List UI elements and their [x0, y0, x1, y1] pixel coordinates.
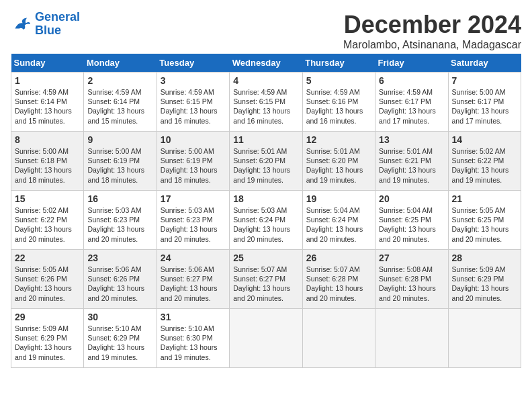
day-info: Sunrise: 5:02 AMSunset: 6:22 PMDaylight:…	[452, 146, 517, 185]
day-info: Sunrise: 5:07 AMSunset: 6:28 PMDaylight:…	[306, 265, 371, 303]
column-header-monday: Monday	[84, 54, 157, 73]
calendar-cell: 10Sunrise: 5:00 AMSunset: 6:19 PMDayligh…	[157, 132, 229, 191]
day-info: Sunrise: 5:09 AMSunset: 6:29 PMDaylight:…	[15, 324, 80, 362]
calendar-cell: 24Sunrise: 5:06 AMSunset: 6:27 PMDayligh…	[157, 250, 229, 309]
day-number: 13	[379, 134, 444, 145]
day-info: Sunrise: 5:07 AMSunset: 6:27 PMDaylight:…	[233, 265, 298, 303]
calendar-week-row: 8Sunrise: 5:00 AMSunset: 6:18 PMDaylight…	[11, 132, 521, 191]
day-number: 2	[87, 75, 152, 86]
day-number: 17	[161, 193, 226, 204]
day-info: Sunrise: 5:00 AMSunset: 6:18 PMDaylight:…	[15, 146, 80, 185]
day-info: Sunrise: 5:00 AMSunset: 6:17 PMDaylight:…	[452, 87, 517, 126]
day-info: Sunrise: 5:09 AMSunset: 6:29 PMDaylight:…	[452, 265, 517, 303]
calendar-cell: 2Sunrise: 4:59 AMSunset: 6:14 PMDaylight…	[84, 73, 157, 132]
calendar-cell: 14Sunrise: 5:02 AMSunset: 6:22 PMDayligh…	[448, 132, 521, 191]
calendar-cell: 22Sunrise: 5:05 AMSunset: 6:26 PMDayligh…	[11, 250, 84, 309]
logo-text: General Blue	[35, 11, 80, 38]
day-number: 14	[452, 134, 517, 145]
calendar-cell: 8Sunrise: 5:00 AMSunset: 6:18 PMDaylight…	[11, 132, 84, 191]
day-info: Sunrise: 5:06 AMSunset: 6:27 PMDaylight:…	[161, 265, 226, 303]
day-number: 6	[379, 75, 444, 86]
day-info: Sunrise: 5:00 AMSunset: 6:19 PMDaylight:…	[161, 146, 226, 185]
day-info: Sunrise: 4:59 AMSunset: 6:15 PMDaylight:…	[161, 87, 226, 126]
day-number: 3	[161, 75, 226, 86]
page-subtitle: Marolambo, Atsinanana, Madagascar	[343, 39, 521, 51]
day-number: 22	[15, 253, 80, 263]
calendar-cell	[230, 309, 302, 368]
day-number: 20	[379, 193, 444, 204]
calendar-cell: 6Sunrise: 4:59 AMSunset: 6:17 PMDaylight…	[375, 73, 448, 132]
calendar-cell: 7Sunrise: 5:00 AMSunset: 6:17 PMDaylight…	[448, 73, 521, 132]
day-number: 28	[452, 253, 517, 263]
column-header-thursday: Thursday	[302, 54, 375, 73]
day-number: 18	[233, 193, 298, 204]
day-info: Sunrise: 5:01 AMSunset: 6:20 PMDaylight:…	[306, 146, 371, 185]
day-info: Sunrise: 5:10 AMSunset: 6:29 PMDaylight:…	[87, 324, 152, 362]
day-info: Sunrise: 5:04 AMSunset: 6:25 PMDaylight:…	[379, 205, 444, 244]
calendar-cell: 11Sunrise: 5:01 AMSunset: 6:20 PMDayligh…	[230, 132, 302, 191]
page-title: December 2024	[343, 11, 521, 39]
day-info: Sunrise: 5:05 AMSunset: 6:25 PMDaylight:…	[452, 205, 517, 244]
day-info: Sunrise: 5:02 AMSunset: 6:22 PMDaylight:…	[15, 205, 80, 244]
column-header-tuesday: Tuesday	[157, 54, 229, 73]
calendar-cell: 27Sunrise: 5:08 AMSunset: 6:28 PMDayligh…	[375, 250, 448, 309]
calendar-header-row: SundayMondayTuesdayWednesdayThursdayFrid…	[11, 54, 521, 73]
calendar-week-row: 22Sunrise: 5:05 AMSunset: 6:26 PMDayligh…	[11, 250, 521, 309]
calendar-cell: 13Sunrise: 5:01 AMSunset: 6:21 PMDayligh…	[375, 132, 448, 191]
calendar-cell: 16Sunrise: 5:03 AMSunset: 6:23 PMDayligh…	[84, 191, 157, 250]
day-number: 10	[161, 134, 226, 145]
calendar-week-row: 15Sunrise: 5:02 AMSunset: 6:22 PMDayligh…	[11, 191, 521, 250]
calendar-cell: 12Sunrise: 5:01 AMSunset: 6:20 PMDayligh…	[302, 132, 375, 191]
title-block: December 2024 Marolambo, Atsinanana, Mad…	[343, 11, 521, 51]
day-number: 8	[15, 134, 80, 145]
day-number: 23	[87, 253, 152, 263]
calendar-cell: 31Sunrise: 5:10 AMSunset: 6:30 PMDayligh…	[157, 309, 229, 368]
calendar-cell: 28Sunrise: 5:09 AMSunset: 6:29 PMDayligh…	[448, 250, 521, 309]
column-header-friday: Friday	[375, 54, 448, 73]
column-header-sunday: Sunday	[11, 54, 84, 73]
day-info: Sunrise: 5:03 AMSunset: 6:24 PMDaylight:…	[233, 205, 298, 244]
day-info: Sunrise: 5:03 AMSunset: 6:23 PMDaylight:…	[161, 205, 226, 244]
day-number: 24	[161, 253, 226, 263]
day-info: Sunrise: 4:59 AMSunset: 6:14 PMDaylight:…	[87, 87, 152, 126]
calendar-cell: 3Sunrise: 4:59 AMSunset: 6:15 PMDaylight…	[157, 73, 229, 132]
calendar-cell: 25Sunrise: 5:07 AMSunset: 6:27 PMDayligh…	[230, 250, 302, 309]
day-info: Sunrise: 5:05 AMSunset: 6:26 PMDaylight:…	[15, 265, 80, 303]
day-number: 5	[306, 75, 371, 86]
calendar-cell	[448, 309, 521, 368]
logo: General Blue	[11, 11, 80, 38]
calendar-cell	[302, 309, 375, 368]
calendar-cell: 18Sunrise: 5:03 AMSunset: 6:24 PMDayligh…	[230, 191, 302, 250]
calendar-table: SundayMondayTuesdayWednesdayThursdayFrid…	[11, 54, 521, 368]
day-info: Sunrise: 4:59 AMSunset: 6:15 PMDaylight:…	[233, 87, 298, 126]
day-info: Sunrise: 4:59 AMSunset: 6:17 PMDaylight:…	[379, 87, 444, 126]
page-header: General Blue December 2024 Marolambo, At…	[11, 11, 521, 51]
day-info: Sunrise: 4:59 AMSunset: 6:16 PMDaylight:…	[306, 87, 371, 126]
calendar-cell: 19Sunrise: 5:04 AMSunset: 6:24 PMDayligh…	[302, 191, 375, 250]
day-number: 25	[233, 253, 298, 263]
calendar-cell: 4Sunrise: 4:59 AMSunset: 6:15 PMDaylight…	[230, 73, 302, 132]
calendar-cell: 17Sunrise: 5:03 AMSunset: 6:23 PMDayligh…	[157, 191, 229, 250]
calendar-cell: 5Sunrise: 4:59 AMSunset: 6:16 PMDaylight…	[302, 73, 375, 132]
calendar-week-row: 29Sunrise: 5:09 AMSunset: 6:29 PMDayligh…	[11, 309, 521, 368]
day-number: 16	[87, 193, 152, 204]
day-number: 9	[87, 134, 152, 145]
calendar-cell: 1Sunrise: 4:59 AMSunset: 6:14 PMDaylight…	[11, 73, 84, 132]
day-number: 7	[452, 75, 517, 86]
day-number: 11	[233, 134, 298, 145]
day-info: Sunrise: 4:59 AMSunset: 6:14 PMDaylight:…	[15, 87, 80, 126]
day-info: Sunrise: 5:03 AMSunset: 6:23 PMDaylight:…	[87, 205, 152, 244]
day-info: Sunrise: 5:04 AMSunset: 6:24 PMDaylight:…	[306, 205, 371, 244]
day-info: Sunrise: 5:08 AMSunset: 6:28 PMDaylight:…	[379, 265, 444, 303]
day-info: Sunrise: 5:10 AMSunset: 6:30 PMDaylight:…	[161, 324, 226, 362]
day-number: 12	[306, 134, 371, 145]
day-number: 27	[379, 253, 444, 263]
calendar-cell: 26Sunrise: 5:07 AMSunset: 6:28 PMDayligh…	[302, 250, 375, 309]
calendar-cell: 30Sunrise: 5:10 AMSunset: 6:29 PMDayligh…	[84, 309, 157, 368]
day-info: Sunrise: 5:06 AMSunset: 6:26 PMDaylight:…	[87, 265, 152, 303]
calendar-cell	[375, 309, 448, 368]
calendar-cell: 21Sunrise: 5:05 AMSunset: 6:25 PMDayligh…	[448, 191, 521, 250]
day-number: 30	[87, 312, 152, 322]
day-number: 29	[15, 312, 80, 322]
calendar-cell: 15Sunrise: 5:02 AMSunset: 6:22 PMDayligh…	[11, 191, 84, 250]
